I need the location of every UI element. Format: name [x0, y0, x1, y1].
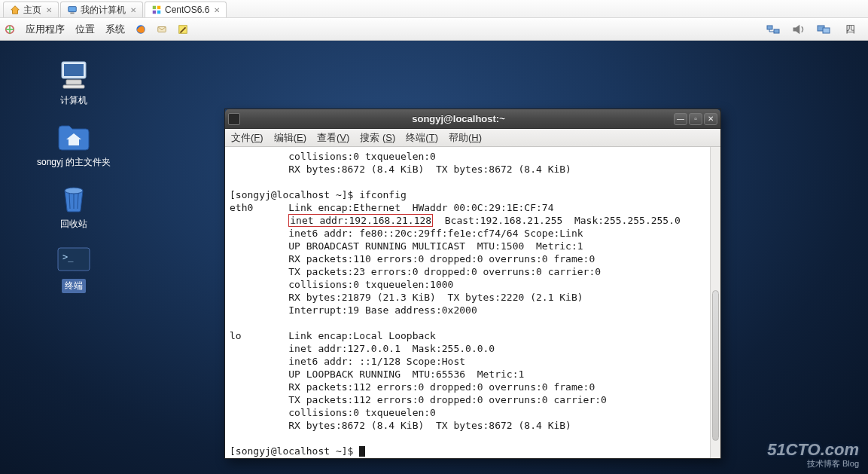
- host-tab-label: CentOS6.6: [165, 5, 209, 15]
- svg-text:>_: >_: [62, 252, 74, 262]
- close-icon[interactable]: ✕: [130, 6, 136, 14]
- calendar-icon[interactable]: 四: [842, 23, 857, 35]
- scrollbar[interactable]: [710, 147, 720, 458]
- close-icon[interactable]: ✕: [214, 6, 220, 14]
- terminal-cursor: [359, 446, 365, 457]
- close-icon[interactable]: ✕: [46, 6, 52, 14]
- home-icon: [10, 5, 20, 15]
- menu-file[interactable]: 文件(F): [231, 131, 263, 145]
- menu-help[interactable]: 帮助(H): [449, 131, 482, 145]
- computer-icon: [67, 5, 78, 15]
- svg-rect-11: [774, 29, 779, 33]
- terminal-output: collisions:0 txqueuelen:0 RX bytes:8672 …: [225, 147, 720, 458]
- terminal-window: songyj@localhost:~ — ▫ ✕ 文件(F) 编辑(E) 查看(…: [224, 109, 721, 459]
- menu-places[interactable]: 位置: [75, 23, 95, 36]
- svg-rect-16: [66, 80, 81, 84]
- svg-rect-5: [157, 11, 160, 14]
- host-tab-label: 我的计算机: [81, 4, 126, 17]
- svg-rect-15: [64, 64, 84, 76]
- inet-addr-highlight: inet addr:192.168.21.128: [288, 214, 433, 227]
- svg-rect-1: [70, 13, 74, 14]
- notes-icon[interactable]: [178, 24, 188, 35]
- svg-rect-0: [69, 7, 77, 12]
- menu-applications[interactable]: 应用程序: [26, 23, 65, 36]
- menu-edit[interactable]: 编辑(E): [274, 131, 306, 145]
- window-title: songyj@localhost:~: [245, 113, 672, 124]
- menu-terminal[interactable]: 终端(T): [406, 131, 438, 145]
- desktop-icon-label: songyj 的主文件夹: [35, 155, 112, 170]
- maximize-button[interactable]: ▫: [689, 113, 702, 125]
- window-titlebar[interactable]: songyj@localhost:~ — ▫ ✕: [225, 109, 720, 129]
- desktop-icon-trash[interactable]: 回收站: [36, 182, 111, 231]
- desktop-icon-terminal[interactable]: >_ 终端: [36, 244, 111, 293]
- vm-display: 应用程序 位置 系统 四 计算机: [0, 18, 868, 474]
- network-icon[interactable]: [766, 23, 781, 35]
- svg-rect-13: [823, 28, 830, 33]
- mail-icon[interactable]: [157, 24, 167, 35]
- centos-icon: [151, 5, 162, 15]
- host-tab-label: 主页: [23, 4, 41, 17]
- close-button[interactable]: ✕: [704, 113, 717, 125]
- firefox-icon[interactable]: [136, 24, 146, 35]
- desktop-icon-label: 回收站: [59, 217, 89, 231]
- computer-icon: [56, 59, 92, 90]
- terminal-icon: [228, 113, 240, 125]
- desktop-icon-label: 计算机: [59, 93, 89, 108]
- host-tab-centos[interactable]: CentOS6.6 ✕: [145, 2, 227, 17]
- svg-rect-2: [153, 6, 156, 9]
- desktop-icon-home[interactable]: songyj 的主文件夹: [30, 121, 117, 170]
- host-tab-mycomputer[interactable]: 我的计算机 ✕: [60, 2, 143, 17]
- svg-rect-10: [767, 26, 772, 29]
- terminal-icon: >_: [56, 244, 92, 276]
- dualscreen-icon[interactable]: [817, 23, 832, 35]
- svg-rect-3: [157, 6, 160, 9]
- gnome-top-panel: 应用程序 位置 系统 四: [0, 18, 868, 41]
- menu-system[interactable]: 系统: [105, 23, 125, 36]
- host-tab-home[interactable]: 主页 ✕: [3, 2, 59, 17]
- distributor-logo-icon: [5, 24, 15, 35]
- sound-icon[interactable]: [791, 23, 806, 35]
- svg-rect-4: [153, 11, 156, 14]
- watermark: 51CTO.com 技术博客 Blog: [767, 441, 859, 468]
- terminal-menubar: 文件(F) 编辑(E) 查看(V) 搜索 (S) 终端(T) 帮助(H): [225, 129, 720, 147]
- desktop[interactable]: 计算机 songyj 的主文件夹 回收站 >_ 终端 songyj@localh…: [0, 41, 868, 474]
- svg-rect-17: [63, 85, 84, 88]
- menu-view[interactable]: 查看(V): [317, 131, 349, 145]
- host-tab-bar: 主页 ✕ 我的计算机 ✕ CentOS6.6 ✕: [0, 0, 868, 18]
- desktop-icon-computer[interactable]: 计算机: [36, 59, 111, 108]
- folder-icon: [56, 121, 92, 152]
- desktop-icon-label: 终端: [62, 279, 86, 293]
- menu-search[interactable]: 搜索 (S): [360, 131, 395, 145]
- terminal-body[interactable]: collisions:0 txqueuelen:0 RX bytes:8672 …: [225, 147, 720, 458]
- trash-icon: [56, 182, 92, 214]
- minimize-button[interactable]: —: [674, 113, 687, 125]
- svg-point-18: [65, 188, 83, 194]
- scrollbar-thumb[interactable]: [712, 290, 719, 441]
